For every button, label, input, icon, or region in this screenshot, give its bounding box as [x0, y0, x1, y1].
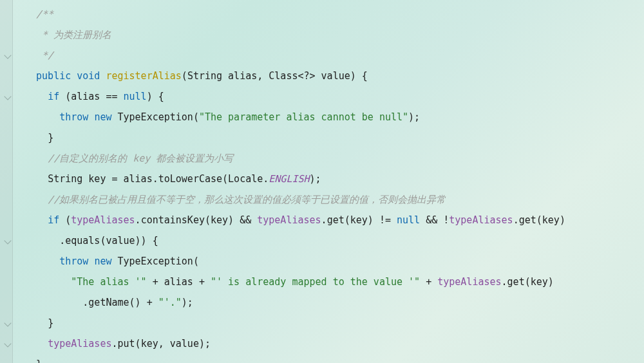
token-punct: .	[135, 214, 141, 226]
token-ident: key	[141, 338, 158, 349]
token-punct: )) {	[135, 235, 158, 247]
token-punct: .	[111, 338, 117, 349]
token-type: Locale	[228, 173, 263, 185]
code-line[interactable]: //如果别名已被占用且值不等于空，那么这次设置的值必须等于已设置的值，否则会抛出…	[24, 189, 565, 210]
token-method-call: toLowerCase	[158, 173, 222, 185]
token-punct: (	[59, 214, 71, 226]
token-keyword: throw	[59, 111, 88, 123]
token-keyword: throw	[59, 256, 88, 267]
token-punct: }	[48, 317, 53, 329]
token-punct: .	[513, 214, 519, 226]
token-type: TypeException	[118, 111, 193, 123]
code-line[interactable]: throw new TypeException(	[24, 251, 565, 272]
token-type: Class	[269, 70, 298, 82]
code-line[interactable]: }	[24, 127, 565, 148]
code-line[interactable]: if (alias == null) {	[24, 86, 565, 107]
token-ident: key	[531, 276, 548, 288]
token-method-call: equals	[65, 235, 100, 247]
fold-marker-icon[interactable]	[4, 319, 11, 326]
token-static-field: ENGLISH	[269, 173, 309, 185]
token-punct: );	[310, 173, 321, 185]
token-field: typeAliases	[437, 276, 501, 288]
token-method-call: getName	[88, 297, 129, 308]
token-string: "The alias '"	[71, 276, 146, 288]
token-punct	[82, 173, 88, 185]
code-line[interactable]: */	[24, 45, 565, 66]
code-line[interactable]: }	[24, 313, 565, 333]
token-keyword: new	[94, 111, 111, 123]
token-punct: =	[106, 173, 123, 185]
token-ident: alias	[164, 276, 193, 288]
token-type: TypeException	[118, 256, 193, 267]
token-type: String	[187, 70, 222, 82]
token-punct	[222, 70, 228, 82]
token-ident: alias	[124, 173, 153, 185]
token-keyword: null	[124, 91, 147, 102]
token-method-call: put	[118, 338, 135, 349]
code-line[interactable]: }	[24, 354, 565, 363]
fold-marker-icon[interactable]	[4, 237, 11, 244]
code-line[interactable]: throw new TypeException("The parameter a…	[24, 107, 565, 127]
token-punct: );	[182, 297, 193, 308]
token-punct: && !	[420, 214, 449, 226]
code-line[interactable]: if (typeAliases.containsKey(key) && type…	[24, 210, 565, 230]
code-line[interactable]: String key = alias.toLowerCase(Locale.EN…	[24, 169, 565, 189]
token-keyword: public	[36, 70, 71, 82]
token-method-call: get	[519, 214, 536, 226]
token-ident: alias	[228, 70, 257, 82]
token-ident: key	[542, 214, 560, 226]
token-keyword: if	[48, 91, 59, 102]
fold-marker-icon[interactable]	[4, 93, 11, 100]
code-line[interactable]: typeAliases.put(key, value);	[24, 333, 565, 354]
token-punct	[71, 70, 77, 82]
token-ident: key	[88, 173, 106, 185]
token-comment: * 为类注册别名	[36, 29, 111, 41]
token-punct: (	[59, 91, 71, 102]
token-keyword: if	[48, 214, 59, 226]
token-punct: .	[263, 173, 269, 185]
token-punct: );	[199, 338, 211, 349]
token-punct: ) !=	[368, 214, 397, 226]
token-method-call: containsKey	[141, 214, 205, 226]
code-line[interactable]: * 为类注册别名	[24, 24, 565, 45]
token-punct: +	[420, 276, 437, 288]
token-field: typeAliases	[48, 338, 111, 349]
token-string: "The parameter alias cannot be null"	[199, 111, 408, 123]
code-editor[interactable]: /** * 为类注册别名 */ public void registerAlia…	[24, 4, 565, 363]
token-punct: );	[408, 111, 420, 123]
token-punct	[111, 256, 117, 267]
token-method-decl: registerAlias	[106, 70, 181, 82]
code-line[interactable]: //自定义的别名的 key 都会被设置为小写	[24, 148, 565, 169]
code-line[interactable]: public void registerAlias(String alias, …	[24, 66, 565, 86]
token-comment: */	[36, 50, 53, 61]
token-punct: (	[525, 276, 531, 288]
token-punct: (	[222, 173, 228, 185]
code-line[interactable]: "The alias '" + alias + "' is already ma…	[24, 272, 565, 292]
token-punct: () +	[129, 297, 158, 308]
token-punct: +	[147, 276, 164, 288]
token-ident: value	[106, 235, 135, 247]
fold-marker-icon[interactable]	[4, 340, 11, 347]
code-line[interactable]: .equals(value)) {	[24, 230, 565, 251]
token-punct: (	[205, 214, 211, 226]
token-keyword: null	[397, 214, 420, 226]
token-string: "'."	[158, 297, 182, 308]
token-punct: ,	[257, 70, 269, 82]
token-keyword: new	[94, 256, 111, 267]
token-punct: (	[182, 70, 187, 82]
fold-marker-icon[interactable]	[4, 51, 11, 59]
token-punct: (	[193, 111, 199, 123]
token-punct: .	[82, 297, 88, 308]
token-punct: )	[560, 214, 565, 226]
token-field: typeAliases	[449, 214, 513, 226]
token-punct: (	[193, 256, 199, 267]
token-field: typeAliases	[71, 214, 135, 226]
token-string: "' is already mapped to the value '"	[211, 276, 420, 288]
token-punct: .	[321, 214, 327, 226]
token-field: typeAliases	[257, 214, 321, 226]
code-line[interactable]: .getName() + "'.");	[24, 292, 565, 313]
token-punct: ) &&	[228, 214, 257, 226]
token-method-call: get	[507, 276, 525, 288]
code-line[interactable]: /**	[24, 4, 565, 24]
token-punct: (	[135, 338, 141, 349]
